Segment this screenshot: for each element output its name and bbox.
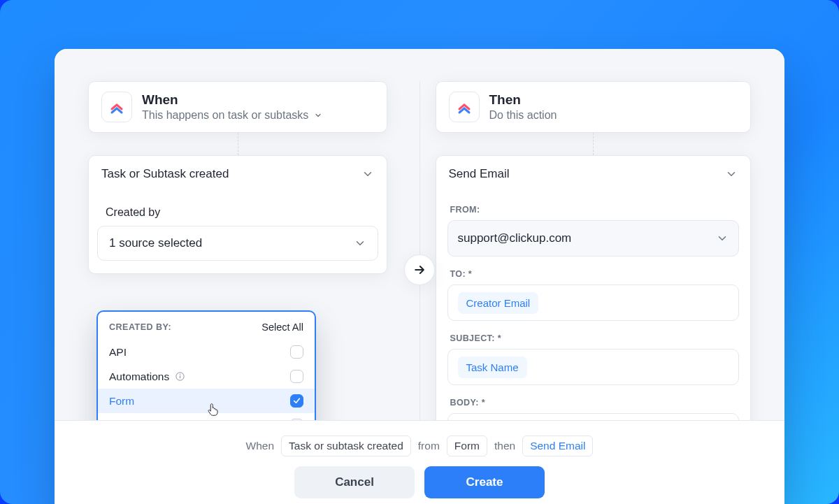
- then-title: Then: [489, 92, 557, 108]
- chevron-down-icon: [354, 237, 366, 250]
- to-input[interactable]: Creator Email: [447, 285, 740, 321]
- chevron-down-icon: [314, 111, 322, 120]
- automation-builder-modal: When This happens on task or subtasks Ta…: [55, 49, 784, 504]
- from-select[interactable]: support@clickup.com: [447, 220, 740, 257]
- chevron-down-icon: [716, 232, 729, 245]
- when-title: When: [142, 92, 322, 108]
- when-config-card: Task or Subtask created Created by 1 sou…: [88, 155, 387, 274]
- action-select[interactable]: Send Email: [436, 156, 751, 192]
- chevron-down-icon: [361, 168, 374, 180]
- select-all-button[interactable]: Select All: [261, 322, 303, 333]
- summary-trigger: Task or subtask created: [281, 435, 411, 456]
- check-icon: [292, 396, 301, 405]
- summary-action: Send Email: [522, 435, 593, 456]
- source-select[interactable]: 1 source selected: [97, 226, 378, 261]
- dropdown-heading: CREATED BY:: [109, 322, 171, 332]
- subject-label: SUBJECT: *: [450, 333, 740, 343]
- when-subtitle[interactable]: This happens on task or subtasks: [142, 109, 322, 122]
- trigger-select[interactable]: Task or Subtask created: [89, 156, 387, 192]
- background-gradient: When This happens on task or subtasks Ta…: [0, 0, 839, 504]
- modal-footer: When Task or subtask created from Form t…: [55, 420, 784, 504]
- svg-point-1: [180, 374, 181, 375]
- summary-source: Form: [447, 435, 487, 456]
- then-subtitle: Do this action: [489, 109, 557, 122]
- body-label: BODY: *: [450, 398, 740, 408]
- dropdown-option-api[interactable]: API: [98, 340, 315, 364]
- info-icon: [175, 371, 185, 382]
- subject-input[interactable]: Task Name: [447, 349, 740, 385]
- clickup-logo-icon: [108, 99, 125, 115]
- to-chip[interactable]: Creator Email: [458, 292, 539, 314]
- create-button[interactable]: Create: [424, 466, 545, 498]
- dropdown-option-form[interactable]: Form: [98, 389, 315, 413]
- checkbox[interactable]: [290, 345, 303, 359]
- svg-rect-2: [180, 376, 180, 379]
- from-label: FROM:: [450, 205, 740, 215]
- pointer-cursor-icon: [207, 402, 220, 417]
- checkbox[interactable]: [290, 370, 303, 383]
- connector-line: [436, 133, 752, 155]
- clickup-logo: [101, 92, 132, 122]
- clickup-logo-icon: [456, 99, 473, 115]
- checkbox-checked[interactable]: [290, 394, 303, 408]
- then-header-card[interactable]: Then Do this action: [436, 81, 752, 133]
- chevron-down-icon: [725, 168, 738, 180]
- subject-chip[interactable]: Task Name: [458, 357, 527, 378]
- cancel-button[interactable]: Cancel: [294, 466, 415, 498]
- flow-arrow: [404, 254, 435, 285]
- automation-summary: When Task or subtask created from Form t…: [246, 435, 594, 456]
- dropdown-option-automations[interactable]: Automations: [98, 364, 315, 389]
- then-config-card: Send Email FROM: support@clickup.com TO:…: [436, 155, 752, 447]
- to-label: TO: *: [450, 269, 740, 279]
- clickup-logo: [449, 92, 480, 122]
- connector-line: [88, 133, 387, 155]
- arrow-right-icon: [413, 263, 426, 277]
- when-header-card[interactable]: When This happens on task or subtasks: [88, 81, 387, 133]
- created-by-label: Created by: [106, 206, 378, 219]
